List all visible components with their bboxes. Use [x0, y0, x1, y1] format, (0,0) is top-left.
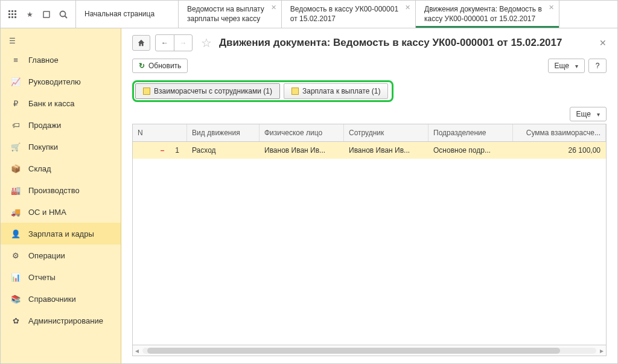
sidebar-item[interactable]: 📚Справочники — [1, 288, 121, 310]
nav-back-button[interactable]: ← — [156, 35, 174, 51]
page-title: Движения документа: Ведомость в кассу УК… — [219, 37, 594, 49]
register-tab[interactable]: Зарплата к выплате (1) — [284, 83, 388, 99]
sidebar-item-label: Администрирование — [28, 316, 103, 325]
svg-rect-7 — [11, 16, 13, 18]
close-page-button[interactable]: ✕ — [599, 38, 607, 48]
register-icon — [291, 88, 299, 95]
sidebar-item[interactable]: ≡Главное — [1, 49, 121, 71]
sidebar-item-label: Руководителю — [28, 77, 81, 86]
top-tab[interactable]: Начальная страница — [75, 1, 178, 28]
sidebar-icon: 📦 — [10, 163, 21, 174]
column-header[interactable]: Вид движения — [187, 124, 260, 141]
svg-rect-5 — [14, 13, 16, 15]
sidebar-item-label: ОС и НМА — [28, 208, 66, 217]
table-more-button[interactable]: Еще — [570, 107, 607, 121]
svg-rect-4 — [11, 13, 13, 15]
sidebar-item-label: Производство — [28, 186, 80, 195]
sidebar-icon: 📊 — [10, 272, 21, 283]
register-tab[interactable]: Взаиморасчеты с сотрудниками (1) — [135, 83, 280, 99]
column-header[interactable]: Физическое лицо — [260, 124, 344, 141]
sidebar-item[interactable]: 🚚ОС и НМА — [1, 201, 121, 223]
register-icon — [143, 88, 150, 95]
sidebar-item[interactable]: ⚙Операции — [1, 244, 121, 266]
sidebar-item[interactable]: ✿Администрирование — [1, 310, 121, 331]
sidebar-icon: 🛒 — [10, 141, 21, 152]
tab-close-icon[interactable]: ✕ — [271, 3, 276, 11]
sidebar-icon: ⚙ — [10, 250, 21, 261]
sidebar-icon: 📚 — [10, 293, 21, 304]
tab-close-icon[interactable]: ✕ — [405, 3, 410, 11]
star-icon[interactable]: ★ — [21, 6, 38, 23]
sidebar-icon: ✿ — [10, 315, 21, 326]
sidebar-item-label: Покупки — [28, 142, 58, 152]
sidebar-item[interactable]: 📈Руководителю — [1, 71, 121, 92]
sidebar-item[interactable]: 📊Отчеты — [1, 266, 121, 288]
svg-line-10 — [65, 16, 68, 18]
refresh-button[interactable]: ↻Обновить — [132, 59, 188, 73]
tab-close-icon[interactable]: ✕ — [549, 3, 554, 11]
svg-rect-3 — [8, 13, 10, 15]
table-row[interactable]: –1РасходИванов Иван Ив...Иванов Иван Ив.… — [133, 142, 606, 159]
sidebar-icon: 🚚 — [10, 206, 21, 217]
apps-icon[interactable] — [4, 6, 21, 23]
sidebar-item-label: Главное — [28, 56, 59, 65]
help-button[interactable]: ? — [588, 59, 607, 73]
refresh-icon: ↻ — [139, 62, 145, 70]
sidebar-item-label: Справочники — [28, 295, 76, 304]
sidebar-item-label: Склад — [28, 164, 51, 173]
sidebar-icon: 📈 — [10, 76, 21, 87]
history-icon[interactable] — [38, 6, 55, 23]
sidebar-icon: 🏭 — [10, 185, 21, 196]
sidebar-icon: 🏷 — [10, 120, 21, 130]
expense-indicator-icon: – — [161, 146, 165, 155]
sidebar-item[interactable]: 🛒Покупки — [1, 136, 121, 158]
horizontal-scrollbar[interactable]: ◂▸ — [133, 345, 606, 356]
column-header[interactable]: Подразделение — [428, 124, 513, 141]
sidebar-item-label: Операции — [28, 251, 65, 260]
sidebar-icon: 👤 — [10, 228, 21, 239]
sidebar-item[interactable]: 🏭Производство — [1, 179, 121, 201]
top-tab[interactable]: Ведомость в кассу УК00-000001от 15.02.20… — [281, 1, 415, 28]
column-header[interactable]: N — [133, 124, 187, 141]
nav-forward-button[interactable]: → — [174, 35, 192, 51]
sidebar-item[interactable]: 👤Зарплата и кадры — [1, 223, 121, 244]
sidebar-item-label: Банк и касса — [28, 99, 75, 108]
sidebar-item[interactable]: 🏷Продажи — [1, 114, 121, 136]
sidebar-icon: ≡ — [10, 54, 21, 65]
sidebar-item-label: Отчеты — [28, 273, 56, 282]
sidebar-item[interactable]: ₽Банк и касса — [1, 92, 121, 114]
column-header[interactable]: Сотрудник — [344, 124, 428, 141]
favorite-star-icon[interactable]: ☆ — [201, 36, 212, 50]
column-header[interactable]: Сумма взаиморасче... — [513, 124, 606, 141]
sidebar-icon: ₽ — [10, 98, 21, 109]
records-table: NВид движенияФизическое лицоСотрудникПод… — [132, 124, 607, 356]
svg-rect-2 — [14, 10, 16, 12]
svg-point-9 — [60, 11, 66, 16]
highlight-box: Взаиморасчеты с сотрудниками (1)Зарплата… — [132, 80, 393, 102]
home-button[interactable] — [132, 35, 150, 51]
svg-rect-8 — [14, 16, 16, 18]
svg-rect-6 — [8, 16, 10, 18]
sidebar-item-label: Продажи — [28, 121, 61, 130]
top-tab[interactable]: Движения документа: Ведомость вкассу УК0… — [415, 1, 559, 28]
search-icon[interactable] — [55, 6, 72, 23]
sidebar-item-label: Зарплата и кадры — [28, 229, 94, 238]
svg-rect-1 — [11, 10, 13, 12]
sidebar-item[interactable]: 📦Склад — [1, 158, 121, 179]
more-button[interactable]: Еще — [548, 59, 585, 73]
svg-rect-0 — [8, 10, 10, 12]
top-tab[interactable]: Ведомости на выплатузарплаты через кассу… — [178, 1, 281, 28]
menu-toggle-icon[interactable]: ☰ — [1, 33, 121, 49]
